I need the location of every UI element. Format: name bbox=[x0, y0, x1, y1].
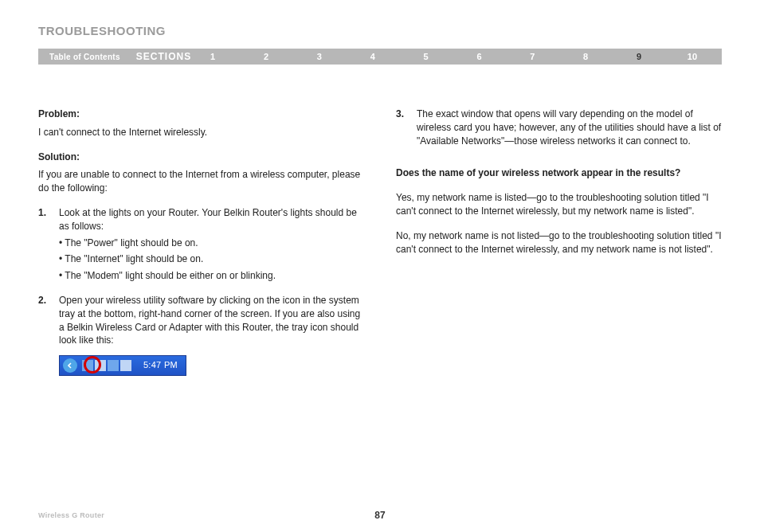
document-page: TROUBLESHOOTING Table of Contents SECTIO… bbox=[0, 0, 760, 532]
section-numbers: 1 2 3 4 5 6 7 8 9 10 bbox=[207, 52, 722, 61]
tray-clock: 5:47 PM bbox=[143, 359, 178, 371]
answer-no: No, my network name is not listed—go to … bbox=[396, 229, 722, 256]
step-1-bullet-2: • The "Internet" light should be on. bbox=[59, 252, 364, 266]
step-1-bullet-1: • The "Power" light should be on. bbox=[59, 237, 364, 250]
step-2-number: 2. bbox=[38, 294, 59, 376]
tray-icon bbox=[120, 360, 131, 371]
step-3-text: The exact window that opens will vary de… bbox=[417, 108, 722, 147]
section-link-4[interactable]: 4 bbox=[367, 52, 378, 61]
section-link-5[interactable]: 5 bbox=[421, 52, 432, 61]
highlight-circle-icon bbox=[84, 356, 101, 374]
page-footer: Wireless G Router 87 bbox=[38, 511, 722, 519]
problem-text: I can't connect to the Internet wireless… bbox=[38, 126, 364, 139]
tray-icon bbox=[108, 360, 119, 371]
section-link-7[interactable]: 7 bbox=[527, 52, 538, 61]
step-2: 2. Open your wireless utility software b… bbox=[38, 294, 364, 376]
solution-intro: If you are unable to connect to the Inte… bbox=[38, 168, 364, 195]
solution-label: Solution: bbox=[38, 151, 364, 164]
section-link-3[interactable]: 3 bbox=[314, 52, 325, 61]
section-link-2[interactable]: 2 bbox=[261, 52, 272, 61]
step-1-number: 1. bbox=[38, 206, 59, 286]
problem-label: Problem: bbox=[38, 108, 364, 121]
tray-expand-icon bbox=[63, 358, 77, 373]
footer-product-name: Wireless G Router bbox=[38, 511, 104, 519]
right-column: 3. The exact window that opens will vary… bbox=[396, 108, 722, 384]
system-tray-image: 5:47 PM bbox=[59, 355, 186, 376]
sections-label: SECTIONS bbox=[131, 51, 207, 62]
left-column: Problem: I can't connect to the Internet… bbox=[38, 108, 364, 384]
step-3: 3. The exact window that opens will vary… bbox=[396, 108, 722, 147]
page-number: 87 bbox=[374, 510, 385, 521]
step-3-number: 3. bbox=[396, 108, 417, 147]
step-1-bullet-3: • The "Modem" light should be either on … bbox=[59, 269, 364, 283]
section-link-10[interactable]: 10 bbox=[687, 52, 698, 61]
section-nav-bar: Table of Contents SECTIONS 1 2 3 4 5 6 7… bbox=[38, 49, 722, 65]
page-title: TROUBLESHOOTING bbox=[38, 24, 722, 37]
section-link-9[interactable]: 9 bbox=[633, 52, 644, 61]
section-link-1[interactable]: 1 bbox=[207, 52, 218, 61]
section-link-8[interactable]: 8 bbox=[580, 52, 591, 61]
content-columns: Problem: I can't connect to the Internet… bbox=[38, 108, 722, 384]
toc-link[interactable]: Table of Contents bbox=[38, 53, 131, 61]
section-link-6[interactable]: 6 bbox=[473, 52, 484, 61]
step-1-text: Look at the lights on your Router. Your … bbox=[59, 206, 364, 233]
network-question: Does the name of your wireless network a… bbox=[396, 166, 722, 180]
step-2-text: Open your wireless utility software by c… bbox=[59, 294, 364, 347]
step-1: 1. Look at the lights on your Router. Yo… bbox=[38, 206, 364, 286]
answer-yes: Yes, my network name is listed—go to the… bbox=[396, 191, 722, 218]
